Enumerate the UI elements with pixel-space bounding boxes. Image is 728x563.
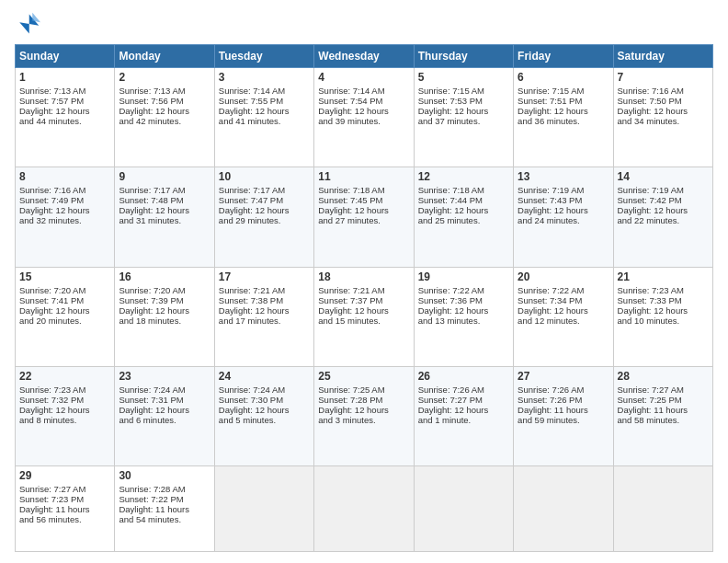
day-info: Daylight: 12 hours [219,205,310,215]
day-number: 18 [318,270,409,283]
calendar-cell: 22Sunrise: 7:23 AMSunset: 7:32 PMDayligh… [16,367,115,466]
day-info: and 12 minutes. [518,316,609,326]
day-info: Daylight: 12 hours [219,405,310,415]
calendar-cell [613,466,712,552]
day-info: and 42 minutes. [119,116,210,126]
day-info: Sunrise: 7:19 AM [618,185,709,195]
calendar-cell [514,466,613,552]
day-number: 2 [119,71,210,84]
calendar-cell: 28Sunrise: 7:27 AMSunset: 7:25 PMDayligh… [613,367,712,466]
day-info: Sunset: 7:37 PM [318,295,409,305]
calendar-cell: 1Sunrise: 7:13 AMSunset: 7:57 PMDaylight… [16,68,115,167]
day-info: Sunset: 7:50 PM [618,96,709,106]
day-info: Sunset: 7:43 PM [518,195,609,205]
day-number: 12 [418,170,509,183]
day-number: 27 [518,370,609,383]
day-info: Daylight: 12 hours [318,205,409,215]
day-info: and 25 minutes. [418,215,509,225]
calendar-table: SundayMondayTuesdayWednesdayThursdayFrid… [15,44,713,552]
day-info: Daylight: 12 hours [19,305,110,316]
calendar-cell: 17Sunrise: 7:21 AMSunset: 7:38 PMDayligh… [214,267,313,366]
day-info: Sunrise: 7:19 AM [518,185,609,195]
header [15,11,713,37]
day-info: Sunrise: 7:16 AM [618,86,709,96]
day-info: and 31 minutes. [119,215,210,225]
day-number: 8 [19,170,110,183]
day-info: Sunset: 7:45 PM [318,195,409,205]
day-info: Sunset: 7:53 PM [418,96,509,106]
day-number: 11 [318,170,409,183]
day-info: Daylight: 12 hours [418,405,509,415]
day-info: Sunset: 7:41 PM [19,295,110,305]
day-info: Daylight: 12 hours [119,305,210,316]
day-info: and 29 minutes. [219,215,310,225]
day-number: 24 [219,370,310,383]
day-info: Daylight: 11 hours [19,504,110,514]
day-info: Sunrise: 7:17 AM [119,185,210,195]
day-info: Daylight: 12 hours [219,106,310,116]
day-info: Sunset: 7:47 PM [219,195,310,205]
day-info: and 6 minutes. [119,415,210,425]
day-info: Sunrise: 7:20 AM [119,285,210,295]
calendar-cell: 27Sunrise: 7:26 AMSunset: 7:26 PMDayligh… [514,367,613,466]
day-info: Sunset: 7:33 PM [618,295,709,305]
day-info: Daylight: 12 hours [418,106,509,116]
calendar-cell [314,466,414,552]
weekday-header: Sunday [16,45,115,68]
day-info: Sunset: 7:22 PM [119,494,210,504]
weekday-header: Thursday [414,45,513,68]
day-info: Daylight: 12 hours [518,205,609,215]
calendar-cell: 21Sunrise: 7:23 AMSunset: 7:33 PMDayligh… [613,267,712,366]
day-info: Sunset: 7:26 PM [518,395,609,405]
day-info: Daylight: 12 hours [318,405,409,415]
calendar-cell: 23Sunrise: 7:24 AMSunset: 7:31 PMDayligh… [115,367,214,466]
day-info: and 32 minutes. [19,215,110,225]
day-number: 28 [618,370,709,383]
day-info: Daylight: 12 hours [19,405,110,415]
day-info: Sunset: 7:48 PM [119,195,210,205]
calendar-cell: 3Sunrise: 7:14 AMSunset: 7:55 PMDaylight… [214,68,313,167]
day-info: Sunset: 7:54 PM [318,96,409,106]
calendar-cell: 20Sunrise: 7:22 AMSunset: 7:34 PMDayligh… [514,267,613,366]
day-info: and 8 minutes. [19,415,110,425]
day-info: Sunset: 7:42 PM [618,195,709,205]
calendar-cell [414,466,513,552]
day-info: and 10 minutes. [618,316,709,326]
day-info: Sunset: 7:38 PM [219,295,310,305]
calendar-cell: 4Sunrise: 7:14 AMSunset: 7:54 PMDaylight… [314,68,414,167]
day-info: Sunrise: 7:27 AM [618,385,709,395]
day-info: Daylight: 11 hours [618,405,709,415]
calendar-cell: 10Sunrise: 7:17 AMSunset: 7:47 PMDayligh… [214,167,313,267]
day-info: Sunrise: 7:24 AM [219,385,310,395]
calendar-cell: 2Sunrise: 7:13 AMSunset: 7:56 PMDaylight… [115,68,214,167]
day-info: Sunset: 7:44 PM [418,195,509,205]
weekday-header: Tuesday [214,45,313,68]
day-number: 23 [119,370,210,383]
calendar-cell: 30Sunrise: 7:28 AMSunset: 7:22 PMDayligh… [115,466,214,552]
calendar-cell: 29Sunrise: 7:27 AMSunset: 7:23 PMDayligh… [16,466,115,552]
day-info: Daylight: 12 hours [618,305,709,316]
calendar-cell: 26Sunrise: 7:26 AMSunset: 7:27 PMDayligh… [414,367,513,466]
calendar-cell: 11Sunrise: 7:18 AMSunset: 7:45 PMDayligh… [314,167,414,267]
day-info: Sunrise: 7:22 AM [518,285,609,295]
calendar-cell: 18Sunrise: 7:21 AMSunset: 7:37 PMDayligh… [314,267,414,366]
day-info: Sunrise: 7:14 AM [318,86,409,96]
day-info: Sunrise: 7:13 AM [119,86,210,96]
day-info: Daylight: 12 hours [518,305,609,316]
calendar-cell: 15Sunrise: 7:20 AMSunset: 7:41 PMDayligh… [16,267,115,366]
day-info: Daylight: 12 hours [518,106,609,116]
day-info: Sunrise: 7:23 AM [19,385,110,395]
day-info: Sunrise: 7:20 AM [19,285,110,295]
day-info: and 56 minutes. [19,514,110,524]
day-info: Daylight: 12 hours [318,106,409,116]
day-info: Sunrise: 7:23 AM [618,285,709,295]
day-info: Sunrise: 7:14 AM [219,86,310,96]
day-info: and 15 minutes. [318,316,409,326]
day-number: 25 [318,370,409,383]
day-info: Sunrise: 7:18 AM [418,185,509,195]
day-number: 16 [119,270,210,283]
logo-icon [15,11,40,37]
calendar-cell: 9Sunrise: 7:17 AMSunset: 7:48 PMDaylight… [115,167,214,267]
day-info: Sunset: 7:57 PM [19,96,110,106]
day-info: Sunset: 7:56 PM [119,96,210,106]
